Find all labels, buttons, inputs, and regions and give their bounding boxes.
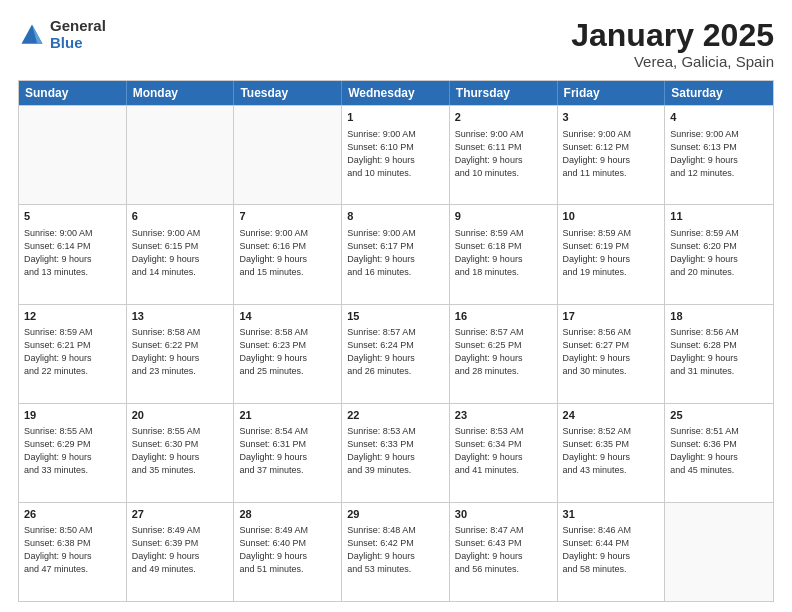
cal-cell-day-2: 2Sunrise: 9:00 AMSunset: 6:11 PMDaylight… bbox=[450, 106, 558, 204]
day-number: 24 bbox=[563, 408, 660, 423]
cell-text-line: and 20 minutes. bbox=[670, 266, 768, 279]
day-number: 5 bbox=[24, 209, 121, 224]
cell-text-line: Daylight: 9 hours bbox=[563, 550, 660, 563]
cell-text-line: and 37 minutes. bbox=[239, 464, 336, 477]
day-number: 19 bbox=[24, 408, 121, 423]
cell-text-line: Sunrise: 9:00 AM bbox=[132, 227, 229, 240]
logo-general-text: General bbox=[50, 18, 106, 35]
cell-text-line: Sunset: 6:43 PM bbox=[455, 537, 552, 550]
day-number: 30 bbox=[455, 507, 552, 522]
day-number: 9 bbox=[455, 209, 552, 224]
day-number: 4 bbox=[670, 110, 768, 125]
cal-cell-day-30: 30Sunrise: 8:47 AMSunset: 6:43 PMDayligh… bbox=[450, 503, 558, 601]
cell-text-line: Sunset: 6:30 PM bbox=[132, 438, 229, 451]
day-number: 8 bbox=[347, 209, 444, 224]
cell-text-line: Daylight: 9 hours bbox=[239, 451, 336, 464]
cell-text-line: Sunrise: 8:49 AM bbox=[239, 524, 336, 537]
cell-text-line: Sunrise: 8:46 AM bbox=[563, 524, 660, 537]
cell-text-line: and 14 minutes. bbox=[132, 266, 229, 279]
cell-text-line: Daylight: 9 hours bbox=[670, 451, 768, 464]
cell-text-line: Sunrise: 9:00 AM bbox=[347, 128, 444, 141]
cell-text-line: Daylight: 9 hours bbox=[670, 352, 768, 365]
day-number: 14 bbox=[239, 309, 336, 324]
cell-text-line: Sunrise: 8:58 AM bbox=[239, 326, 336, 339]
day-number: 6 bbox=[132, 209, 229, 224]
cal-cell-day-23: 23Sunrise: 8:53 AMSunset: 6:34 PMDayligh… bbox=[450, 404, 558, 502]
cell-text-line: Sunset: 6:29 PM bbox=[24, 438, 121, 451]
cal-cell-day-8: 8Sunrise: 9:00 AMSunset: 6:17 PMDaylight… bbox=[342, 205, 450, 303]
cell-text-line: and 43 minutes. bbox=[563, 464, 660, 477]
title-location: Verea, Galicia, Spain bbox=[571, 53, 774, 70]
cal-cell-day-20: 20Sunrise: 8:55 AMSunset: 6:30 PMDayligh… bbox=[127, 404, 235, 502]
cal-cell-day-17: 17Sunrise: 8:56 AMSunset: 6:27 PMDayligh… bbox=[558, 305, 666, 403]
cell-text-line: and 25 minutes. bbox=[239, 365, 336, 378]
title-block: January 2025 Verea, Galicia, Spain bbox=[571, 18, 774, 70]
calendar-body: 1Sunrise: 9:00 AMSunset: 6:10 PMDaylight… bbox=[19, 105, 773, 601]
cell-text-line: Sunrise: 8:59 AM bbox=[24, 326, 121, 339]
day-number: 17 bbox=[563, 309, 660, 324]
cell-text-line: and 35 minutes. bbox=[132, 464, 229, 477]
cal-cell-day-16: 16Sunrise: 8:57 AMSunset: 6:25 PMDayligh… bbox=[450, 305, 558, 403]
cal-cell-day-3: 3Sunrise: 9:00 AMSunset: 6:12 PMDaylight… bbox=[558, 106, 666, 204]
cal-cell-day-15: 15Sunrise: 8:57 AMSunset: 6:24 PMDayligh… bbox=[342, 305, 450, 403]
cell-text-line: Sunrise: 9:00 AM bbox=[563, 128, 660, 141]
cell-text-line: Sunset: 6:18 PM bbox=[455, 240, 552, 253]
title-month: January 2025 bbox=[571, 18, 774, 53]
cell-text-line: and 47 minutes. bbox=[24, 563, 121, 576]
cell-text-line: Sunrise: 8:54 AM bbox=[239, 425, 336, 438]
cell-text-line: Sunrise: 9:00 AM bbox=[347, 227, 444, 240]
cell-text-line: Daylight: 9 hours bbox=[24, 352, 121, 365]
cell-text-line: Sunset: 6:25 PM bbox=[455, 339, 552, 352]
header-day-thursday: Thursday bbox=[450, 81, 558, 105]
cell-text-line: and 30 minutes. bbox=[563, 365, 660, 378]
cell-text-line: Daylight: 9 hours bbox=[347, 451, 444, 464]
cell-text-line: and 49 minutes. bbox=[132, 563, 229, 576]
cell-text-line: Sunset: 6:31 PM bbox=[239, 438, 336, 451]
cell-text-line: and 18 minutes. bbox=[455, 266, 552, 279]
cal-cell-day-25: 25Sunrise: 8:51 AMSunset: 6:36 PMDayligh… bbox=[665, 404, 773, 502]
day-number: 15 bbox=[347, 309, 444, 324]
cell-text-line: and 19 minutes. bbox=[563, 266, 660, 279]
cell-text-line: and 28 minutes. bbox=[455, 365, 552, 378]
header-day-tuesday: Tuesday bbox=[234, 81, 342, 105]
cell-text-line: Daylight: 9 hours bbox=[132, 253, 229, 266]
cal-cell-day-6: 6Sunrise: 9:00 AMSunset: 6:15 PMDaylight… bbox=[127, 205, 235, 303]
cell-text-line: Sunset: 6:11 PM bbox=[455, 141, 552, 154]
cal-cell-day-22: 22Sunrise: 8:53 AMSunset: 6:33 PMDayligh… bbox=[342, 404, 450, 502]
cell-text-line: and 10 minutes. bbox=[347, 167, 444, 180]
cell-text-line: Sunset: 6:12 PM bbox=[563, 141, 660, 154]
cell-text-line: Sunset: 6:36 PM bbox=[670, 438, 768, 451]
cell-text-line: Sunset: 6:38 PM bbox=[24, 537, 121, 550]
cell-text-line: Sunrise: 9:00 AM bbox=[455, 128, 552, 141]
cell-text-line: Sunrise: 9:00 AM bbox=[24, 227, 121, 240]
cell-text-line: Sunset: 6:23 PM bbox=[239, 339, 336, 352]
cell-text-line: Sunset: 6:17 PM bbox=[347, 240, 444, 253]
cell-text-line: Daylight: 9 hours bbox=[455, 352, 552, 365]
cal-cell-day-27: 27Sunrise: 8:49 AMSunset: 6:39 PMDayligh… bbox=[127, 503, 235, 601]
cell-text-line: Sunset: 6:22 PM bbox=[132, 339, 229, 352]
day-number: 16 bbox=[455, 309, 552, 324]
cell-text-line: and 16 minutes. bbox=[347, 266, 444, 279]
cal-cell-day-5: 5Sunrise: 9:00 AMSunset: 6:14 PMDaylight… bbox=[19, 205, 127, 303]
cell-text-line: and 56 minutes. bbox=[455, 563, 552, 576]
day-number: 31 bbox=[563, 507, 660, 522]
cal-cell-day-26: 26Sunrise: 8:50 AMSunset: 6:38 PMDayligh… bbox=[19, 503, 127, 601]
cell-text-line: Sunrise: 8:51 AM bbox=[670, 425, 768, 438]
cell-text-line: Sunset: 6:40 PM bbox=[239, 537, 336, 550]
logo-text: General Blue bbox=[50, 18, 106, 51]
cell-text-line: and 15 minutes. bbox=[239, 266, 336, 279]
cell-text-line: and 39 minutes. bbox=[347, 464, 444, 477]
cell-text-line: Sunset: 6:33 PM bbox=[347, 438, 444, 451]
cal-cell-empty bbox=[19, 106, 127, 204]
cell-text-line: Sunrise: 8:53 AM bbox=[455, 425, 552, 438]
logo: General Blue bbox=[18, 18, 106, 51]
cell-text-line: Sunrise: 9:00 AM bbox=[670, 128, 768, 141]
cell-text-line: and 22 minutes. bbox=[24, 365, 121, 378]
cal-cell-day-24: 24Sunrise: 8:52 AMSunset: 6:35 PMDayligh… bbox=[558, 404, 666, 502]
cell-text-line: Sunrise: 8:47 AM bbox=[455, 524, 552, 537]
day-number: 21 bbox=[239, 408, 336, 423]
cell-text-line: Sunrise: 8:52 AM bbox=[563, 425, 660, 438]
cal-cell-day-19: 19Sunrise: 8:55 AMSunset: 6:29 PMDayligh… bbox=[19, 404, 127, 502]
logo-icon bbox=[18, 21, 46, 49]
cell-text-line: and 11 minutes. bbox=[563, 167, 660, 180]
